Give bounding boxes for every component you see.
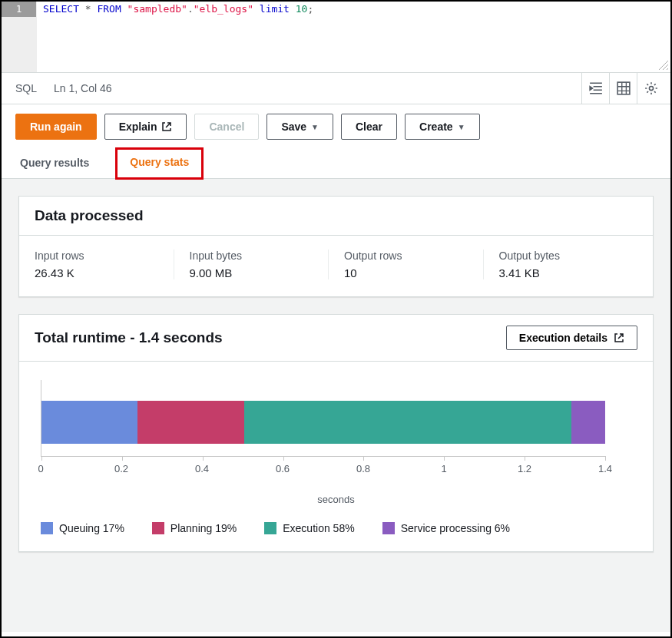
save-label: Save xyxy=(281,121,306,133)
legend-swatch xyxy=(382,522,395,534)
legend-item: Execution 58% xyxy=(264,522,354,534)
chevron-down-icon: ▼ xyxy=(458,123,465,131)
editor-gutter: 1 xyxy=(2,2,37,72)
sql-semicolon: ; xyxy=(307,3,313,15)
table-icon xyxy=(617,81,631,95)
runtime-segment-service-processing xyxy=(571,401,605,444)
create-label: Create xyxy=(419,121,453,133)
x-tick: 0.4 xyxy=(195,463,209,474)
x-tick: 1.2 xyxy=(518,463,531,474)
status-cursor-pos: Ln 1, Col 46 xyxy=(54,82,112,94)
indent-icon xyxy=(589,81,603,95)
legend-label: Execution 58% xyxy=(283,522,354,534)
gear-icon xyxy=(644,81,658,95)
data-processed-card: Data processed Input rows 26.43 K Input … xyxy=(18,196,654,297)
status-bar: SQL Ln 1, Col 46 xyxy=(2,72,670,104)
execution-details-label: Execution details xyxy=(519,332,607,344)
create-button[interactable]: Create ▼ xyxy=(405,114,480,140)
x-tick-labels: 00.20.40.60.811.21.4 xyxy=(41,463,605,475)
x-tick: 0.2 xyxy=(114,463,128,474)
tab-query-stats[interactable]: Query stats xyxy=(115,147,204,180)
x-tick: 1 xyxy=(441,463,446,474)
data-processed-grid: Input rows 26.43 K Input bytes 9.00 MB O… xyxy=(35,250,637,279)
sql-limit-n: 10 xyxy=(296,3,308,15)
legend-label: Queuing 17% xyxy=(59,522,124,534)
legend-item: Queuing 17% xyxy=(41,522,124,534)
x-axis-label: seconds xyxy=(35,494,637,505)
legend-label: Planning 19% xyxy=(170,522,237,534)
kw-star: * xyxy=(85,3,91,15)
runtime-segment-queuing xyxy=(41,401,137,444)
card-title: Total runtime - 1.4 seconds xyxy=(35,329,223,346)
card-header: Total runtime - 1.4 seconds Execution de… xyxy=(19,315,653,362)
output-bytes: Output bytes 3.41 KB xyxy=(483,250,638,279)
run-button[interactable]: Run again xyxy=(15,114,97,140)
legend-swatch xyxy=(264,522,276,534)
table-icon-button[interactable] xyxy=(609,73,637,104)
chart-legend: Queuing 17%Planning 19%Execution 58%Serv… xyxy=(35,522,637,534)
output-rows: Output rows 10 xyxy=(328,250,483,279)
input-rows: Input rows 26.43 K xyxy=(35,250,174,279)
metric-value: 26.43 K xyxy=(35,266,158,279)
legend-swatch xyxy=(152,522,164,534)
metric-value: 10 xyxy=(344,266,468,279)
metric-label: Input rows xyxy=(35,250,158,262)
runtime-segment-planning xyxy=(137,401,244,444)
kw-select: SELECT xyxy=(43,3,79,15)
sql-dot: . xyxy=(187,3,194,15)
external-link-icon xyxy=(161,121,172,132)
chevron-down-icon: ▼ xyxy=(311,123,319,131)
editor-code[interactable]: SELECT * FROM "sampledb"."elb_logs" limi… xyxy=(37,2,670,72)
total-runtime-card: Total runtime - 1.4 seconds Execution de… xyxy=(18,314,654,552)
cancel-button: Cancel xyxy=(194,114,259,140)
svg-rect-0 xyxy=(617,82,630,94)
card-header: Data processed xyxy=(19,197,653,236)
legend-item: Planning 19% xyxy=(152,522,237,534)
sql-editor[interactable]: 1 SELECT * FROM "sampledb"."elb_logs" li… xyxy=(2,2,670,72)
metric-label: Output bytes xyxy=(499,250,623,262)
execution-details-button[interactable]: Execution details xyxy=(506,326,637,350)
card-title: Data processed xyxy=(35,207,144,224)
save-button[interactable]: Save ▼ xyxy=(266,114,333,140)
x-tick: 0 xyxy=(38,463,43,474)
legend-swatch xyxy=(41,522,53,534)
tab-query-results[interactable]: Query results xyxy=(15,149,94,178)
resize-handle-icon[interactable] xyxy=(658,60,669,71)
x-tick: 1.4 xyxy=(598,463,612,474)
legend-label: Service processing 6% xyxy=(401,522,510,534)
kw-limit: limit xyxy=(260,3,290,15)
settings-icon-button[interactable] xyxy=(637,73,664,104)
metric-label: Output rows xyxy=(344,250,468,262)
x-tick: 0.8 xyxy=(356,463,370,474)
external-link-icon xyxy=(614,332,624,343)
toolbar: Run again Explain Cancel Save ▼ Clear Cr… xyxy=(2,104,670,149)
clear-button[interactable]: Clear xyxy=(341,114,397,140)
kw-from: FROM xyxy=(97,3,121,15)
legend-item: Service processing 6% xyxy=(382,522,510,534)
stats-panel: Data processed Input rows 26.43 K Input … xyxy=(2,179,670,632)
runtime-bar-track xyxy=(41,401,605,444)
line-number: 1 xyxy=(2,2,36,17)
runtime-chart: 00.20.40.60.811.21.4 seconds Queuing 17%… xyxy=(35,375,637,534)
runtime-segment-execution xyxy=(244,401,571,444)
results-tabs: Query results Query stats xyxy=(2,149,670,179)
metric-value: 9.00 MB xyxy=(190,266,313,279)
explain-button[interactable]: Explain xyxy=(104,114,187,140)
metric-label: Input bytes xyxy=(190,250,313,262)
sql-table: "elb_logs" xyxy=(194,3,253,15)
explain-label: Explain xyxy=(119,121,157,133)
metric-value: 3.41 KB xyxy=(499,266,623,279)
svg-point-1 xyxy=(649,86,653,90)
format-icon-button[interactable] xyxy=(581,73,609,104)
status-language: SQL xyxy=(15,82,54,94)
input-bytes: Input bytes 9.00 MB xyxy=(174,250,329,279)
x-tick: 0.6 xyxy=(276,463,290,474)
sql-db: "sampledb" xyxy=(127,3,187,15)
